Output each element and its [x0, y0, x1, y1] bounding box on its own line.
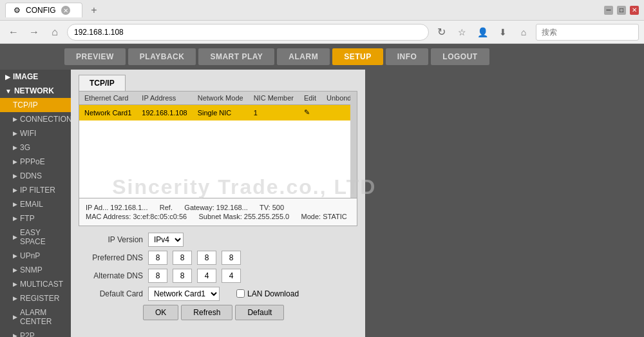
col-edit: Edit	[299, 91, 321, 105]
sidebar-item-easyspace[interactable]: ▶ EASY SPACE	[0, 226, 71, 249]
alternate-dns-1[interactable]	[148, 269, 167, 283]
arrow-icon-p2p: ▶	[13, 332, 17, 337]
table-scrollbar[interactable]	[350, 91, 357, 198]
nav-tab-playback[interactable]: PLAYBACK	[128, 48, 196, 65]
preferred-dns-2[interactable]	[173, 251, 192, 265]
cell-nic-member: 1	[249, 105, 299, 120]
col-ip-address: IP Address	[137, 91, 192, 105]
table-row-empty3	[79, 151, 357, 167]
lan-download-checkbox-label: LAN Download	[236, 289, 299, 298]
arrow-icon-wifi: ▶	[13, 130, 17, 137]
sidebar-item-connection-label: CONNECTION	[20, 115, 71, 124]
form-row-ipversion: IP Version IPv4 IPv6	[79, 233, 357, 247]
sidebar-section-image[interactable]: ▶ IMAGE	[0, 70, 71, 84]
default-card-select[interactable]: Network Card1	[148, 287, 220, 301]
minimize-button[interactable]: ─	[604, 6, 613, 15]
nav-tab-setup[interactable]: SETUP	[332, 48, 383, 65]
preferred-dns-4[interactable]	[222, 251, 241, 265]
alternate-dns-3[interactable]	[197, 269, 216, 283]
sidebar-item-ddns[interactable]: ▶ DDNS	[0, 169, 71, 183]
col-nic-member: NIC Member	[249, 91, 299, 105]
new-tab-button[interactable]: +	[86, 3, 102, 18]
arrow-icon-easyspace: ▶	[13, 234, 17, 240]
detail-mode-value: STATIC	[323, 213, 346, 220]
nav-tab-smartplay[interactable]: SMART PLAY	[198, 48, 274, 65]
sidebar-section-network-label: NETWORK	[14, 86, 54, 95]
arrow-icon-ftp: ▶	[13, 215, 17, 222]
detail-gateway-value: 192.168...	[216, 204, 248, 211]
ok-button[interactable]: OK	[143, 305, 178, 320]
sidebar-item-connection[interactable]: ▶ CONNECTION	[0, 112, 71, 126]
lan-download-label: LAN Download	[247, 289, 299, 298]
table-row-empty	[79, 120, 357, 136]
sidebar-item-wifi[interactable]: ▶ WIFI	[0, 126, 71, 140]
detail-mac-value: 3c:ef:8c:05:c0:56	[133, 213, 187, 220]
close-button[interactable]: ✕	[630, 6, 639, 15]
cell-network-mode: Single NIC	[193, 105, 249, 120]
nav-tab-alarm[interactable]: ALARM	[277, 48, 330, 65]
lan-download-checkbox[interactable]	[236, 289, 245, 298]
refresh-button[interactable]: Refresh	[181, 305, 232, 320]
nav-tab-logout[interactable]: LOGOUT	[431, 48, 489, 65]
browser-tab[interactable]: ⚙ CONFIG ✕	[5, 3, 82, 17]
arrow-icon-alarmcenter: ▶	[13, 314, 17, 320]
sidebar-item-3g[interactable]: ▶ 3G	[0, 140, 71, 155]
sidebar-item-alarmcenter[interactable]: ▶ ALARM CENTER	[0, 305, 71, 329]
ip-version-label: IP Version	[79, 235, 143, 244]
table-row-empty5	[79, 182, 357, 198]
refresh-browser-button[interactable]: ↻	[433, 24, 450, 41]
tab-close-button[interactable]: ✕	[61, 6, 70, 15]
sidebar-item-tcpip[interactable]: TCP/IP	[0, 98, 71, 112]
maximize-button[interactable]: □	[617, 6, 626, 15]
search-input[interactable]	[536, 24, 639, 41]
sidebar-item-ipfilter-label: IP FILTER	[20, 186, 55, 195]
address-bar[interactable]: 192.168.1.108	[67, 24, 429, 41]
alternate-dns-4[interactable]	[222, 269, 241, 283]
arrow-icon-connection: ▶	[13, 116, 17, 122]
sidebar-item-ipfilter[interactable]: ▶ IP FILTER	[0, 183, 71, 197]
table-row-empty4	[79, 167, 357, 182]
forward-button[interactable]: →	[26, 24, 43, 41]
table-row-empty2	[79, 136, 357, 151]
default-button[interactable]: Default	[235, 305, 284, 320]
sidebar-section-image-label: IMAGE	[13, 72, 38, 81]
main-content: TCP/IP Ethernet Card IP Address Network …	[71, 70, 365, 337]
bookmark-icon[interactable]: ☆	[453, 24, 470, 41]
preferred-dns-1[interactable]	[148, 251, 167, 265]
sidebar-item-ftp[interactable]: ▶ FTP	[0, 211, 71, 226]
ip-version-select[interactable]: IPv4 IPv6	[148, 233, 184, 247]
sidebar-item-snmp[interactable]: ▶ SNMP	[0, 263, 71, 277]
arrow-icon-multicast: ▶	[13, 281, 17, 287]
alternate-dns-2[interactable]	[173, 269, 192, 283]
arrow-icon-email: ▶	[13, 201, 17, 207]
sidebar-item-email-label: EMAIL	[20, 200, 43, 209]
sidebar-section-network[interactable]: ▼ NETWORK	[0, 84, 71, 98]
sidebar-item-multicast[interactable]: ▶ MULTICAST	[0, 277, 71, 291]
table-row[interactable]: Network Card1 192.168.1.108 Single NIC 1…	[79, 105, 357, 120]
preferred-dns-3[interactable]	[197, 251, 216, 265]
download-icon[interactable]: ⬇	[495, 24, 511, 41]
detail-ref-label: Ref.	[160, 204, 173, 211]
arrow-icon-pppoe: ▶	[13, 159, 17, 165]
home-icon2[interactable]: ⌂	[515, 24, 532, 41]
sidebar-item-multicast-label: MULTICAST	[20, 280, 63, 289]
arrow-icon-register: ▶	[13, 295, 17, 302]
sidebar-item-upnp[interactable]: ▶ UPnP	[0, 249, 71, 263]
back-button[interactable]: ←	[5, 24, 22, 41]
cell-edit[interactable]: ✎	[299, 105, 321, 120]
user-icon[interactable]: 👤	[474, 24, 491, 41]
nav-tab-preview[interactable]: PREVIEW	[64, 48, 126, 65]
sidebar-item-email[interactable]: ▶ EMAIL	[0, 197, 71, 211]
detail-subnet-label: Subnet Mask:	[199, 213, 242, 220]
top-nav: PREVIEW PLAYBACK SMART PLAY ALARM SETUP …	[0, 44, 644, 70]
content-tab-tcpip[interactable]: TCP/IP	[79, 75, 126, 91]
sidebar-item-p2p[interactable]: ▶ P2P	[0, 329, 71, 337]
arrow-icon-ddns: ▶	[13, 173, 17, 179]
form-row-default-card: Default Card Network Card1 LAN Download	[79, 287, 357, 301]
form-row-alternate-dns: Alternate DNS	[79, 269, 357, 283]
sidebar-item-register[interactable]: ▶ REGISTER	[0, 291, 71, 305]
form-row-buttons: OK Refresh Default	[143, 305, 357, 320]
nav-tab-info[interactable]: INFO	[386, 48, 429, 65]
home-button[interactable]: ⌂	[46, 24, 63, 41]
sidebar-item-pppoe[interactable]: ▶ PPPoE	[0, 155, 71, 169]
